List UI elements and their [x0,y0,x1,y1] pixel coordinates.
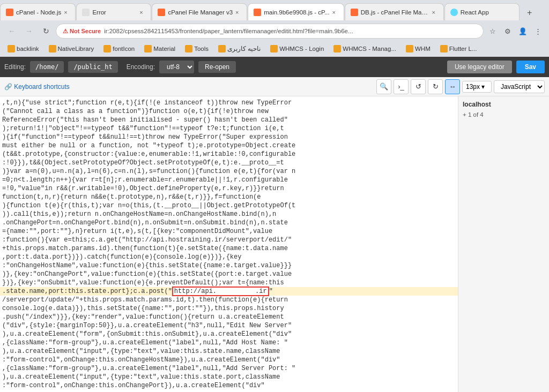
tab-label-cpanel-node: cPanel - Node.js [16,9,61,16]
code-editor[interactable]: ,t,n){"use strict";function r(e,t){if(!(… [0,96,458,392]
bookmark-nativelibrary[interactable]: NativeLibrary [46,44,98,54]
line-text: :!0}}),t&&(Object.setPrototypeOf?Object.… [0,159,458,167]
tab-close-error[interactable]: × [137,8,145,17]
redo-button[interactable]: ↻ [428,79,443,94]
folder-icon [103,45,111,52]
undo-button[interactable]: ↺ [411,79,426,94]
address-bar-icons: ☆ ⚙ 👤 ⋮ [486,24,545,38]
bookmark-label: fontIcon [113,46,135,52]
encoding-select[interactable]: utf-8 [159,61,194,73]
line-text: ("div",{style:{marginTop:50}},u.a.create… [0,321,458,330]
line-text: (t&&t.prototype,{constructor:{value:e,en… [0,150,458,159]
bookmark-label: Material [153,46,175,52]
code-line: :"form-control",onChange:this.onChangePo… [0,381,458,390]
bookmark-nahiye[interactable]: ناحیه کاربری [215,44,264,54]
address-input[interactable]: ⚠ Not Secure ir:2082/cpsess2842115453/fr… [56,24,484,39]
code-line: :!0}}),t&&(Object.setPrototypeOf?Object.… [0,159,458,167]
code-line: })},{key:"onSubmit",value:function(e){e.… [0,278,458,287]
line-text: :"onChangeHostName",value:function(e){th… [0,261,458,270]
wrap-button[interactable]: ↔ [445,79,460,94]
line-text: ),u.a.createElement("form",{onSubmit:thi… [0,330,458,338]
line-text: ,{className:"form-group"},u.a.createElem… [0,338,458,347]
line-text: function(t,n,r){return n&&e(t.prototype,… [0,193,458,201]
forward-button[interactable]: → [21,24,36,39]
tab-label-db-js: DB.js - cPanel File Man... [361,9,429,16]
bookmark-flutter[interactable]: Flutter L... [437,44,480,54]
folder-icon [333,45,341,52]
tab-cpanel-filemanager[interactable]: cPanel File Manager v3 × [152,3,247,20]
tab-label-main-js: main.9b6e9908.js - cP... [264,9,330,16]
code-line: ={name:"",port:""},n}return i(t,e),s(t,[… [0,227,458,236]
code-line: .push("/index")}},{key:"render",value:fu… [0,313,458,321]
line-text: )).call(this,e));return n.onChangeHostNa… [0,210,458,218]
keyboard-shortcuts-link[interactable]: 🔗 Keyboard shortcuts [4,83,70,91]
bookmark-whmcs-login[interactable]: WHMCS - Login [267,44,327,54]
language-select[interactable]: JavaScript [494,80,545,93]
back-button[interactable]: ← [4,24,19,39]
menu-icon[interactable]: ⋮ [531,24,545,38]
code-line: function(t,n,r){return n&&e(t.prototype,… [0,193,458,201]
line-text: =!0,"value"in r&&(r.writable=!0),Object.… [0,184,458,193]
profile-icon[interactable]: 👤 [516,24,530,38]
line-text: ){function t(e){r(this,t);var n=o(this,(… [0,201,458,210]
reopen-button[interactable]: Re-open [198,61,236,73]
line-text: :function(){var e=this;c.a.get("http://a… [0,236,458,244]
bookmark-fonticon[interactable]: fontIcon [100,44,138,54]
bookmark-label: WHMCS - Login [279,46,324,52]
bookmark-label: Flutter L... [449,46,477,52]
bookmark-whm[interactable]: WHM [403,44,434,54]
code-line: ),u.a.createElement("input",{type:"text"… [0,347,458,356]
bookmark-tools[interactable]: Tools [182,44,212,54]
font-size-input[interactable] [462,81,492,93]
folder-icon [218,45,226,52]
line-text: .onChangePort=n.onChangePort.bind(n),n.o… [0,218,458,227]
tab-icon-react [450,9,458,16]
extensions-icon[interactable]: ⚙ [501,24,515,38]
code-line: ,port:t.data.port})}).catch(function(e){… [0,253,458,261]
tab-close-db-js[interactable]: × [429,8,438,17]
tab-error[interactable]: Error × [76,3,151,20]
code-line: must either be null or a function, not "… [0,141,458,150]
line-text: =0;n<t.length;n++){var r=t[n];r.enumerab… [0,176,458,184]
line-text: ,t,n){"use strict";function r(e,t){if(!(… [0,99,458,107]
new-tab-button[interactable]: + [522,5,537,20]
terminal-button[interactable]: ›_ [394,79,409,94]
code-line: ,t,n){"use strict";function r(e,t){if(!(… [0,99,458,107]
address-bar: ← → ↻ ⚠ Not Secure ir:2082/cpsess2842115… [0,20,549,42]
code-line: ReferenceError("this hasn't been initial… [0,116,458,124]
code-line: )},{key:"onChangePort",value:function(e)… [0,270,458,278]
line-text: );return!1!|"object"!==typeof t&&"functi… [0,124,458,133]
folder-icon [49,45,56,52]
line-text: )}var a=n(0),u=n.n(a),l=n(6),c=n.n(l),s=… [0,167,458,176]
tab-cpanel-node[interactable]: cPanel - Node.js × [0,3,76,20]
code-line: )).call(this,e));return n.onChangeHostNa… [0,210,458,218]
line-text: ("Cannot call a class as a function")}fu… [0,107,458,116]
code-line: +this.props.match.params.id).then(functi… [0,244,458,253]
legacy-editor-button[interactable]: Use legacy editor [447,61,512,73]
folder-icon [8,45,15,52]
tab-close-cpanel-node[interactable]: × [61,8,70,17]
search-button[interactable]: 🔍 [376,79,391,94]
tab-label-error: Error [92,9,137,16]
folder-icon [440,45,448,52]
code-line: console.log(e.data)}),this.setState({nam… [0,304,458,313]
save-button[interactable]: Sav [516,61,545,73]
tab-react-app[interactable]: React App [444,3,520,20]
tab-close-fileman[interactable]: × [233,8,241,17]
bookmark-whmcs-manag[interactable]: WHMCS - Manag... [330,44,399,54]
refresh-button[interactable]: ↻ [39,24,54,39]
bookmark-material[interactable]: Material [141,44,179,54]
tab-close-main-js[interactable]: × [330,8,338,17]
code-line: .state.name,port:this.state.port};c.a.po… [0,287,458,296]
code-line: ,{className:"form-group"},u.a.createElem… [0,338,458,347]
tab-main-js[interactable]: main.9b6e9908.js - cP... × [248,3,344,20]
bookmark-star-icon[interactable]: ☆ [486,24,500,38]
line-text: +this.props.match.params.id).then(functi… [0,244,458,253]
line-text: )},{key:"onChangePort",value:function(e)… [0,270,458,278]
tab-db-js[interactable]: DB.js - cPanel File Man... × [345,3,444,20]
panel-title: localhost [463,101,545,108]
bookmark-backlink[interactable]: backlink [4,44,42,54]
line-text: ReferenceError("this hasn't been initial… [0,116,458,124]
code-line: =!0,"value"in r&&(r.writable=!0),Object.… [0,184,458,193]
right-panel: localhost + 1 of 4 [458,96,549,392]
